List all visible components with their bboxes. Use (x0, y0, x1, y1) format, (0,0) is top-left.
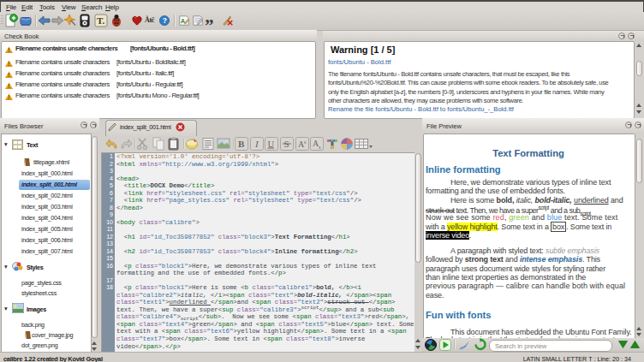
svg-text:A: A (181, 18, 185, 24)
svg-text:B: B (238, 139, 245, 149)
svg-text:U: U (268, 139, 275, 149)
svg-text:?: ? (163, 16, 167, 25)
svg-text:T.: T. (97, 15, 105, 26)
svg-text:”: ” (205, 17, 214, 31)
